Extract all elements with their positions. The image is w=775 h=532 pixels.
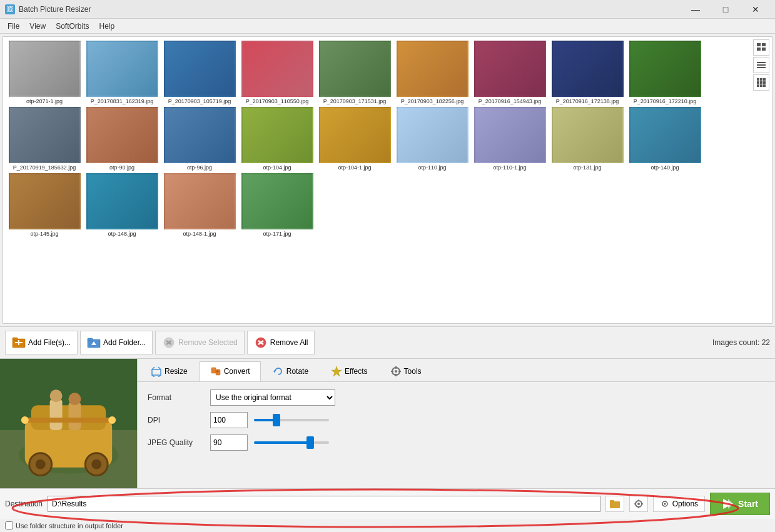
view-controls [753,39,769,91]
list-item[interactable]: otp-110-1.jpg [472,107,547,171]
title-bar-controls: — □ ✕ [681,0,770,19]
add-folder-button[interactable]: Add Folder... [80,331,153,354]
list-item[interactable]: otp-171.jpg [240,173,315,237]
list-item[interactable]: otp-131.jpg [550,107,625,171]
list-item[interactable]: P_20170919_185632.jpg [7,107,82,171]
svg-rect-17 [13,338,18,340]
toolbar: Add File(s)... Add Folder... [0,326,775,358]
list-item[interactable]: otp-104.jpg [240,107,315,171]
minimize-button[interactable]: — [681,0,710,19]
list-item[interactable]: otp-148.jpg [84,173,160,237]
svg-rect-2 [757,48,761,51]
destination-input[interactable] [48,496,600,512]
thumbnail-label: otp-148.jpg [108,231,136,237]
destination-browse-button[interactable] [605,496,624,512]
jpeg-slider-thumb[interactable] [306,436,314,449]
thumbnail-label: P_20170903_105719.jpg [168,98,231,104]
destination-bar: Destination [0,488,775,519]
remove-all-label: Remove All [270,338,308,347]
destination-label: Destination [5,499,43,508]
preview-pane [0,359,138,488]
list-item[interactable]: P_20170903_105719.jpg [162,41,237,104]
add-files-button[interactable]: Add File(s)... [5,331,78,354]
remove-selected-icon [162,336,176,349]
list-item[interactable]: otp-110.jpg [395,107,470,171]
list-item[interactable]: P_20170916_172138.jpg [550,41,625,104]
list-item[interactable]: otp-145.jpg [7,173,82,237]
svg-rect-3 [762,48,766,51]
svg-rect-19 [18,340,19,345]
thumbnail-image [552,41,624,97]
dpi-input[interactable] [210,412,248,428]
list-item[interactable]: otp-104-1.jpg [317,107,392,171]
preview-image [0,359,137,488]
thumbnail-image [86,173,158,229]
menu-help[interactable]: Help [94,21,120,32]
dpi-slider-track[interactable] [254,419,329,421]
list-item[interactable]: otp-2071-1.jpg [7,41,82,104]
maximize-button[interactable]: □ [711,0,740,19]
svg-point-70 [664,503,666,505]
menu-view[interactable]: View [24,21,51,32]
tab-convert[interactable]: Convert [200,361,261,381]
app-window: 🖼 Batch Picture Resizer — □ ✕ File View … [0,0,775,532]
list-item[interactable]: P_20170916_172210.jpg [627,41,702,104]
jpeg-slider-track[interactable] [254,441,329,444]
view-grid-icon[interactable] [753,74,769,91]
list-item[interactable]: P_20170903_182256.jpg [395,41,470,104]
add-folder-label: Add Folder... [103,338,146,347]
rotate-icon [273,366,284,377]
thumbnail-label: otp-104-1.jpg [338,164,371,171]
options-button[interactable]: Options [653,496,705,512]
thumbnail-label: otp-140.jpg [651,164,679,171]
menu-file[interactable]: File [3,21,24,32]
tab-effects[interactable]: Effects [320,361,378,381]
view-large-icon[interactable] [753,39,769,56]
bottom-panel: Resize Convert [0,358,775,488]
list-item[interactable]: P_20170831_162319.jpg [84,41,160,104]
svg-point-43 [21,416,29,424]
format-select[interactable]: Use the original formatJPEGPNGBMPTIFFGIF [210,389,335,406]
format-row: Format Use the original formatJPEGPNGBMP… [148,389,765,406]
thumbnail-label: P_20170903_182256.jpg [401,98,464,104]
list-item[interactable]: otp-90.jpg [84,107,160,171]
folder-check-label: Use folder structure in output folder [16,522,123,529]
tools-icon [390,366,402,377]
tab-tools[interactable]: Tools [380,361,432,381]
view-list-icon[interactable] [753,57,769,73]
svg-rect-0 [757,43,761,46]
tab-rotate[interactable]: Rotate [262,361,319,381]
right-panel: Resize Convert [138,359,775,488]
tab-bar: Resize Convert [138,359,775,382]
dpi-slider-thumb[interactable] [273,414,280,426]
list-item[interactable]: P_20170916_154943.jpg [472,41,547,104]
app-icon: 🖼 [5,4,15,14]
thumbnail-label: P_20170916_172138.jpg [556,98,619,104]
remove-all-button[interactable]: Remove All [247,331,315,354]
thumbnail-label: P_20170903_171531.jpg [323,98,387,104]
menu-bar: File View SoftOrbits Help [0,19,775,34]
thumbnail-label: otp-148-1.jpg [183,231,216,237]
close-button[interactable]: ✕ [741,0,770,19]
list-item[interactable]: otp-96.jpg [162,107,237,171]
destination-settings-button[interactable] [629,496,648,512]
thumbnail-label: P_20170903_110550.jpg [246,98,309,104]
svg-rect-15 [763,84,766,87]
list-item[interactable]: otp-140.jpg [627,107,702,171]
list-item[interactable]: P_20170903_171531.jpg [317,41,392,104]
start-button[interactable]: Start [710,493,770,515]
svg-point-41 [69,393,81,405]
list-item[interactable]: P_20170903_110550.jpg [240,41,315,104]
svg-rect-50 [211,368,216,373]
menu-softorbits[interactable]: SoftOrbits [51,21,94,32]
tab-resize[interactable]: Resize [140,361,198,381]
folder-structure-checkbox[interactable] [5,521,13,529]
remove-selected-button[interactable]: Remove Selected [155,331,245,354]
thumbnail-image [397,107,469,163]
start-label: Start [738,499,758,509]
jpeg-quality-input[interactable] [210,434,248,451]
thumbnail-image [319,107,391,163]
list-item[interactable]: otp-148-1.jpg [162,173,237,237]
svg-rect-1 [762,43,766,46]
svg-point-37 [91,459,101,469]
